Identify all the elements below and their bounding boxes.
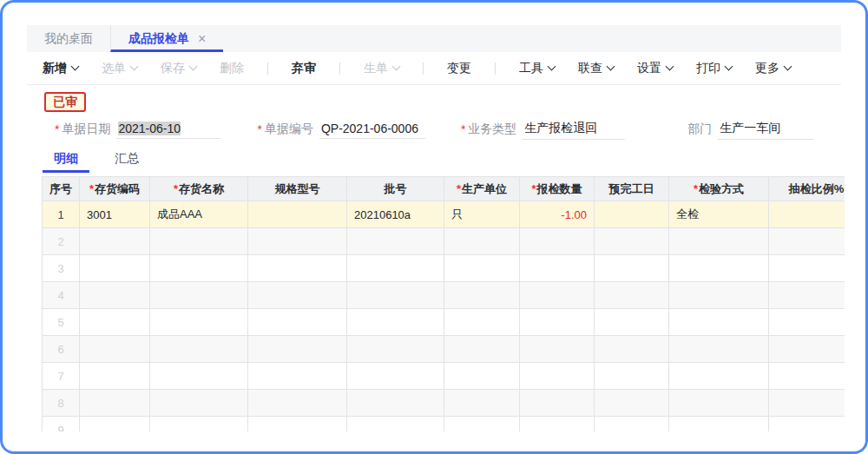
linked-query-button[interactable]: 联查 (578, 61, 614, 76)
change-button[interactable]: 变更 (447, 61, 471, 76)
cell-empty[interactable] (347, 390, 444, 417)
cell-empty[interactable] (248, 255, 347, 282)
cell-empty[interactable] (150, 282, 248, 309)
cell-inventory-code[interactable]: 3001 (80, 201, 150, 228)
cell-empty[interactable] (347, 255, 444, 282)
cell-empty[interactable] (769, 390, 845, 417)
cell-empty[interactable] (150, 336, 248, 363)
cell-empty[interactable] (248, 417, 347, 432)
cell-empty[interactable] (444, 363, 520, 390)
cell-empty[interactable] (769, 417, 845, 432)
bill-date-field-input[interactable]: 2021-06-10 (116, 120, 220, 139)
department-field-input[interactable]: 生产一车间 (718, 119, 813, 140)
cell-empty[interactable] (669, 390, 769, 417)
cell-empty[interactable] (444, 390, 520, 417)
cell-empty[interactable] (80, 228, 150, 255)
cell-empty[interactable] (150, 228, 248, 255)
cell-empty[interactable] (347, 309, 444, 336)
cell-empty[interactable] (520, 336, 595, 363)
cell-inventory-name[interactable]: 成品AAA (150, 201, 248, 228)
cell-empty[interactable] (150, 309, 248, 336)
cell-empty[interactable] (248, 363, 347, 390)
cell-empty[interactable] (347, 336, 444, 363)
tab-detail[interactable]: 明细 (43, 149, 89, 173)
tab-my-desktop[interactable]: 我的桌面 (27, 25, 110, 52)
cell-empty[interactable] (669, 363, 769, 390)
close-icon[interactable]: × (198, 32, 206, 46)
cell-expected-finish-date[interactable] (595, 201, 669, 228)
cell-empty[interactable] (444, 282, 520, 309)
cell-empty[interactable] (444, 309, 520, 336)
cell-empty[interactable] (520, 228, 595, 255)
cell-spec-model[interactable] (248, 201, 347, 228)
cell-empty[interactable] (669, 309, 769, 336)
cell-empty[interactable] (669, 336, 769, 363)
cell-empty[interactable] (769, 255, 845, 282)
print-button[interactable]: 打印 (696, 61, 732, 76)
cell-production-unit[interactable]: 只 (444, 201, 520, 228)
cell-empty[interactable] (248, 228, 347, 255)
cell-seq[interactable]: 1 (43, 201, 80, 228)
cell-empty[interactable] (520, 309, 595, 336)
cell-empty[interactable] (669, 282, 769, 309)
cell-empty[interactable] (520, 363, 595, 390)
cell-empty[interactable] (248, 336, 347, 363)
cell-empty[interactable] (669, 417, 769, 432)
cell-empty[interactable] (150, 417, 248, 432)
cell-empty[interactable] (150, 363, 248, 390)
cell-seq[interactable]: 3 (43, 255, 80, 282)
cell-seq[interactable]: 6 (43, 336, 80, 363)
business-type-field-input[interactable]: 生产报检退回 (523, 119, 625, 140)
tab-summary[interactable]: 汇总 (103, 149, 150, 173)
tab-finished-product-inspection[interactable]: 成品报检单× (110, 25, 223, 52)
cell-empty[interactable] (769, 309, 845, 336)
cell-seq[interactable]: 4 (43, 282, 80, 309)
cell-empty[interactable] (80, 417, 150, 432)
cell-empty[interactable] (80, 390, 150, 417)
bill-no-field-input[interactable]: QP-2021-06-0006 (319, 120, 425, 139)
cell-empty[interactable] (80, 255, 150, 282)
cell-empty[interactable] (444, 336, 520, 363)
cell-empty[interactable] (80, 336, 150, 363)
cell-empty[interactable] (444, 417, 520, 432)
cell-empty[interactable] (669, 255, 769, 282)
cell-empty[interactable] (595, 282, 669, 309)
cell-empty[interactable] (769, 228, 845, 255)
cell-empty[interactable] (595, 363, 669, 390)
cell-empty[interactable] (347, 363, 444, 390)
cell-empty[interactable] (150, 255, 248, 282)
cell-empty[interactable] (669, 228, 769, 255)
unaudit-button[interactable]: 弃审 (292, 61, 316, 76)
cell-inspection-method[interactable]: 全检 (669, 201, 769, 228)
cell-empty[interactable] (80, 282, 150, 309)
cell-empty[interactable] (520, 282, 595, 309)
cell-seq[interactable]: 2 (43, 228, 80, 255)
cell-empty[interactable] (444, 255, 520, 282)
cell-empty[interactable] (520, 417, 595, 432)
cell-inspection-qty[interactable]: -1.00 (520, 201, 595, 228)
cell-empty[interactable] (595, 417, 669, 432)
cell-sampling-ratio[interactable] (769, 201, 845, 228)
cell-empty[interactable] (248, 390, 347, 417)
cell-seq[interactable]: 7 (43, 363, 80, 390)
cell-empty[interactable] (769, 336, 845, 363)
cell-empty[interactable] (520, 390, 595, 417)
cell-empty[interactable] (80, 363, 150, 390)
cell-seq[interactable]: 5 (43, 309, 80, 336)
add-button[interactable]: 新增 (43, 61, 78, 76)
more-button[interactable]: 更多 (755, 61, 791, 76)
tools-button[interactable]: 工具 (519, 61, 555, 76)
cell-batch-no[interactable]: 20210610a (347, 201, 444, 228)
cell-empty[interactable] (80, 309, 150, 336)
cell-seq[interactable]: 8 (43, 390, 80, 417)
cell-empty[interactable] (444, 228, 520, 255)
cell-empty[interactable] (769, 282, 845, 309)
cell-seq[interactable]: 9 (43, 417, 80, 432)
cell-empty[interactable] (595, 255, 669, 282)
cell-empty[interactable] (150, 390, 248, 417)
cell-empty[interactable] (595, 336, 669, 363)
cell-empty[interactable] (347, 228, 444, 255)
cell-empty[interactable] (595, 228, 669, 255)
cell-empty[interactable] (595, 309, 669, 336)
cell-empty[interactable] (520, 255, 595, 282)
